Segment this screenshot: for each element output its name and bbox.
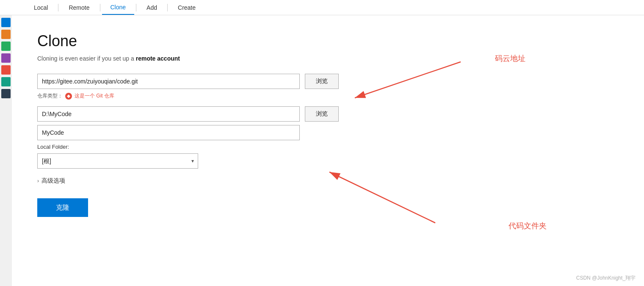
- chevron-right-icon: ›: [37, 178, 39, 184]
- tab-separator-2: [100, 4, 100, 11]
- browse-button-1[interactable]: 浏览: [305, 74, 339, 89]
- clone-page: Clone Cloning is even easier if you set …: [12, 15, 644, 286]
- tab-local[interactable]: Local: [25, 1, 56, 14]
- sidebar-icon-3[interactable]: [1, 42, 11, 51]
- clone-button[interactable]: 克隆: [37, 198, 88, 217]
- advanced-options-label: 高级选项: [41, 177, 65, 185]
- advanced-options-row[interactable]: › 高级选项: [37, 177, 619, 185]
- url-input-row: 浏览: [37, 74, 619, 89]
- tab-separator-1: [58, 4, 58, 11]
- sidebar-icon-5[interactable]: [1, 65, 11, 75]
- sidebar-icon-6[interactable]: [1, 77, 11, 86]
- sidebar-icon-4[interactable]: [1, 53, 11, 63]
- url-input[interactable]: [37, 74, 300, 89]
- sidebar-strip: [0, 15, 12, 286]
- folder-name-input[interactable]: [37, 125, 300, 140]
- page-title: Clone: [37, 32, 619, 50]
- main-content: Clone Cloning is even easier if you set …: [0, 15, 644, 286]
- tab-separator-4: [167, 4, 168, 11]
- tab-create[interactable]: Create: [169, 1, 204, 14]
- browse-button-2[interactable]: 浏览: [305, 106, 339, 122]
- folder-select[interactable]: [根]: [37, 153, 198, 169]
- tab-clone[interactable]: Clone: [102, 0, 135, 15]
- folder-name-row: [37, 125, 619, 140]
- sidebar-icon-2[interactable]: [1, 30, 11, 39]
- folder-select-wrapper: [根] ▾: [37, 153, 198, 169]
- gitee-icon: ◆: [65, 93, 72, 100]
- annotation-label-folder: 代码文件夹: [509, 221, 547, 231]
- subtitle-link: remote account: [136, 55, 180, 62]
- subtitle: Cloning is even easier if you set up a r…: [37, 55, 619, 62]
- repo-type-label: 仓库类型：: [37, 92, 63, 100]
- local-path-row: 浏览: [37, 106, 619, 122]
- watermark: CSDN @JohnKnight_翔宇: [576, 275, 636, 282]
- repo-type-text: 这是一个 Git 仓库: [75, 92, 114, 100]
- tab-add[interactable]: Add: [138, 1, 166, 14]
- sidebar-icon-1[interactable]: [1, 18, 11, 27]
- tab-separator-3: [136, 4, 136, 11]
- local-path-input[interactable]: [37, 106, 300, 122]
- local-folder-label: Local Folder:: [37, 144, 619, 150]
- sidebar-icon-7[interactable]: [1, 89, 11, 98]
- subtitle-prefix: Cloning is even easier if you set up a: [37, 55, 136, 62]
- repo-type-row: 仓库类型： ◆ 这是一个 Git 仓库: [37, 92, 619, 100]
- tab-bar: Local Remote Clone Add Create: [0, 0, 644, 15]
- tab-remote[interactable]: Remote: [60, 1, 98, 14]
